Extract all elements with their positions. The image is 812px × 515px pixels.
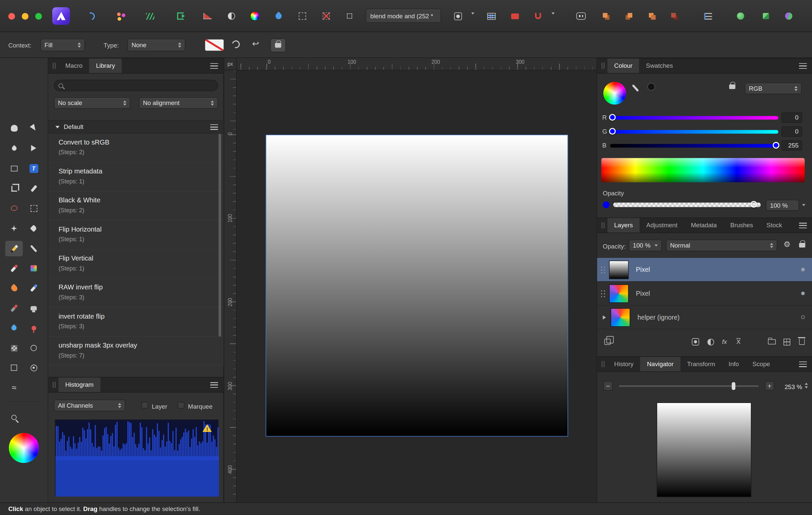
opacity-value-dropdown[interactable]: 100 % [766, 200, 799, 211]
channel-b-slider[interactable] [610, 144, 778, 147]
alignment-icon[interactable] [699, 8, 717, 24]
channel-g-slider[interactable] [610, 130, 778, 134]
canvas-area[interactable]: px 0 100 200 300 0 100 200 300 400 [224, 58, 597, 503]
opacity-slider[interactable] [613, 202, 761, 207]
layer-thumbnail[interactable] [611, 308, 630, 326]
mask-dropdown-chevron-icon[interactable] [471, 15, 474, 22]
picked-colour-swatch[interactable] [647, 83, 655, 90]
panel-drag-handle-icon[interactable] [53, 382, 56, 388]
tab-transform[interactable]: Transform [680, 357, 722, 371]
eyedropper-icon[interactable] [634, 84, 636, 92]
tab-brushes[interactable]: Brushes [724, 218, 760, 233]
panel-menu-icon[interactable] [799, 63, 807, 68]
export-persona-icon[interactable] [171, 8, 189, 24]
type-dropdown[interactable]: None [127, 39, 185, 51]
node-tool[interactable] [25, 140, 42, 156]
pixel-brush-tool[interactable] [25, 260, 42, 276]
flood-select-tool[interactable] [25, 221, 42, 236]
pixel-grid-icon[interactable] [483, 8, 500, 24]
tab-layers[interactable]: Layers [607, 218, 640, 233]
channel-r-value[interactable]: 0 [781, 112, 802, 123]
layer-row[interactable]: helper (ignore) [597, 306, 812, 330]
layer-visibility-dot[interactable] [801, 315, 805, 319]
move-forward-icon[interactable] [620, 8, 638, 24]
layer-opacity-dropdown[interactable]: 100 % [629, 240, 662, 251]
blur-tool[interactable] [5, 320, 23, 336]
undo-icon[interactable]: ↩ [252, 39, 259, 49]
marquee-selection-icon[interactable] [294, 8, 311, 24]
paint-brush-tool[interactable] [5, 260, 23, 276]
zoom-window-button[interactable] [35, 13, 42, 20]
auto-white-balance-icon[interactable] [270, 8, 287, 24]
channel-r-slider[interactable] [610, 116, 778, 120]
navigator-preview[interactable] [657, 402, 751, 497]
clone-stamp-tool[interactable] [25, 301, 42, 316]
channel-g-value[interactable]: 0 [781, 126, 802, 137]
tab-adjustment[interactable]: Adjustment [640, 218, 684, 233]
revert-defaults-icon[interactable] [232, 40, 239, 48]
text-tool[interactable]: T [25, 161, 42, 176]
panel-drag-handle-icon[interactable] [602, 63, 604, 69]
channel-b-value[interactable]: 255 [781, 140, 802, 150]
layer-visibility-dot[interactable] [801, 268, 805, 271]
macro-section-header[interactable]: Default [48, 120, 224, 134]
zoom-slider-thumb[interactable] [732, 382, 735, 390]
lock-toggle[interactable] [270, 38, 286, 52]
layer-row[interactable]: Pixel [597, 282, 812, 306]
macro-list-item[interactable]: unsharp mask 3px overlay(Steps: 7) [48, 337, 224, 366]
dodge-tool[interactable] [25, 340, 42, 356]
section-menu-icon[interactable] [210, 124, 218, 130]
wand-tool[interactable] [5, 221, 23, 236]
macro-list-item[interactable]: Flip Horizontal(Steps: 1) [48, 221, 224, 250]
layer-thumbnail[interactable] [609, 260, 629, 279]
flame-brush-tool[interactable] [5, 280, 23, 296]
move-backward-icon[interactable] [643, 8, 661, 24]
duplicate-layer-icon[interactable] [601, 336, 614, 348]
pen-tool[interactable] [5, 140, 23, 156]
toolbar-search-field[interactable]: blend mode and (252 * [366, 9, 441, 23]
channels-dropdown[interactable]: All Channels [54, 400, 125, 411]
smudge-tool[interactable] [25, 280, 42, 296]
crop-tool[interactable] [5, 181, 23, 196]
tab-stock[interactable]: Stock [760, 218, 789, 233]
layer-drag-dots-icon[interactable] [600, 289, 606, 297]
lasso-tool[interactable] [5, 200, 23, 216]
airbrush-tool[interactable] [5, 301, 23, 316]
panel-drag-handle-icon[interactable] [602, 361, 604, 367]
blend-ranges-icon[interactable]: X [732, 336, 745, 348]
auto-contrast-icon[interactable] [223, 8, 240, 24]
close-window-button[interactable] [8, 13, 15, 20]
assistant-icon[interactable] [572, 8, 590, 24]
mask-icon[interactable] [449, 8, 466, 24]
panel-drag-handle-icon[interactable] [53, 63, 56, 69]
spectrum-bar[interactable] [601, 158, 805, 182]
healing-tool[interactable] [25, 320, 42, 336]
panel-menu-icon[interactable] [799, 222, 807, 228]
colour-wheel-well[interactable] [9, 433, 38, 463]
shape-tool[interactable] [5, 360, 23, 375]
tab-info[interactable]: Info [722, 357, 746, 371]
layer-row[interactable]: Pixel [597, 258, 812, 282]
rectangle-tool[interactable] [5, 161, 23, 176]
eraser-tool[interactable] [5, 340, 23, 356]
layer-drag-dots-icon[interactable] [600, 266, 606, 274]
marquee-checkbox[interactable] [178, 402, 184, 409]
layer-checkbox[interactable] [142, 402, 148, 409]
tab-histogram[interactable]: Histogram [58, 377, 100, 392]
tab-scope[interactable]: Scope [746, 357, 777, 371]
colour-wheel-icon[interactable] [603, 82, 626, 105]
cube-icon[interactable] [757, 8, 775, 24]
macro-list-item[interactable]: RAW invert flip(Steps: 3) [48, 279, 224, 308]
layer-thumbnail[interactable] [609, 284, 629, 303]
tab-history[interactable]: History [607, 357, 640, 371]
small-marquee-icon[interactable] [341, 8, 358, 24]
channel-r-knob[interactable] [609, 114, 616, 121]
red-swatch-icon[interactable] [506, 8, 524, 24]
opacity-chevron-icon[interactable] [802, 204, 805, 206]
curves-tool[interactable]: ≈ [5, 380, 23, 396]
zoom-in-button[interactable]: + [765, 381, 774, 391]
document-canvas[interactable] [266, 135, 568, 437]
panel-menu-icon[interactable] [799, 361, 807, 367]
disclosure-triangle-icon[interactable] [56, 125, 59, 128]
delete-layer-icon[interactable] [795, 336, 808, 348]
